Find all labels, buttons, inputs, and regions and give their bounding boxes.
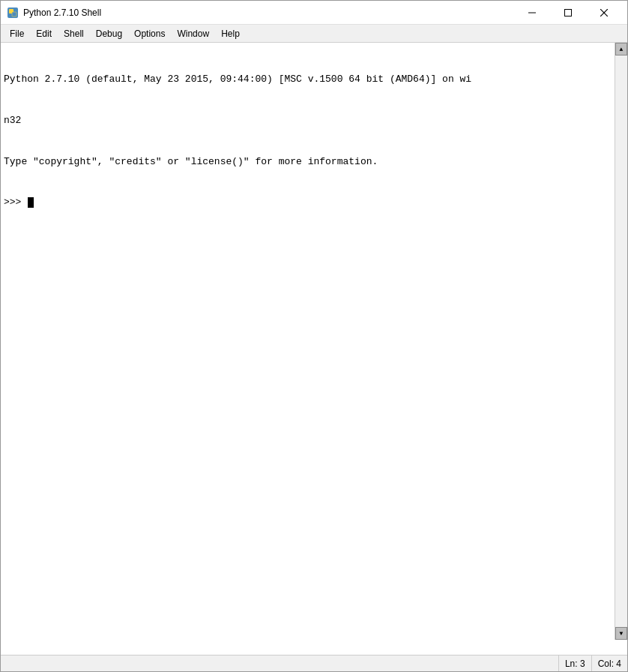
maximize-button[interactable] bbox=[551, 2, 585, 24]
menu-bar: File Edit Shell Debug Options Window Hel… bbox=[1, 25, 627, 43]
shell-content[interactable]: Python 2.7.10 (default, May 23 2015, 09:… bbox=[1, 43, 627, 655]
cursor bbox=[28, 197, 34, 208]
minimize-button[interactable] bbox=[515, 2, 549, 24]
scroll-down-button[interactable]: ▼ bbox=[615, 627, 627, 640]
close-button[interactable] bbox=[587, 2, 621, 24]
menu-shell[interactable]: Shell bbox=[58, 26, 90, 42]
status-ln: Ln: 3 bbox=[558, 656, 591, 671]
menu-file[interactable]: File bbox=[4, 26, 30, 42]
svg-rect-4 bbox=[565, 9, 572, 16]
scrollbar[interactable]: ▲ ▼ bbox=[615, 43, 627, 640]
menu-edit[interactable]: Edit bbox=[30, 26, 58, 42]
prompt-text: >>> bbox=[4, 196, 27, 209]
menu-window[interactable]: Window bbox=[171, 26, 215, 42]
status-bar: Ln: 3 Col: 4 bbox=[1, 655, 627, 671]
menu-options[interactable]: Options bbox=[128, 26, 171, 42]
window-controls bbox=[515, 2, 621, 24]
shell-output: Python 2.7.10 (default, May 23 2015, 09:… bbox=[4, 46, 624, 652]
output-line-3: Type "copyright", "credits" or "license(… bbox=[4, 155, 624, 169]
output-line-2: n32 bbox=[4, 114, 624, 128]
menu-help[interactable]: Help bbox=[215, 26, 246, 42]
menu-debug[interactable]: Debug bbox=[90, 26, 128, 42]
svg-rect-2 bbox=[12, 12, 16, 16]
status-col: Col: 4 bbox=[591, 656, 627, 671]
scroll-up-button[interactable]: ▲ bbox=[615, 43, 627, 56]
title-bar: Python 2.7.10 Shell bbox=[1, 1, 627, 25]
prompt-line: >>> bbox=[4, 196, 624, 209]
main-window: Python 2.7.10 Shell File Edit Shell Debu… bbox=[0, 0, 628, 672]
output-line-1: Python 2.7.10 (default, May 23 2015, 09:… bbox=[4, 73, 624, 86]
window-title: Python 2.7.10 Shell bbox=[23, 8, 515, 18]
svg-rect-3 bbox=[528, 12, 536, 13]
app-icon bbox=[7, 7, 19, 19]
